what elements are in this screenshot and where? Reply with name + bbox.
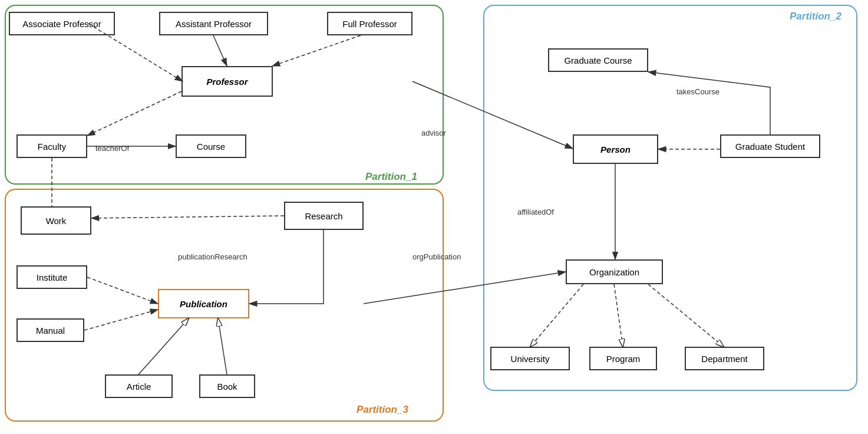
work-node: Work — [21, 206, 91, 235]
associate-professor-node: Associate Professor — [9, 12, 115, 35]
partition-1-label: Partition_1 — [365, 171, 417, 183]
course-node: Course — [176, 134, 246, 158]
program-node: Program — [589, 347, 657, 370]
org-publication-label: orgPublication — [412, 252, 461, 261]
takes-course-label: takesCourse — [676, 87, 720, 96]
partition-3-label: Partition_3 — [357, 404, 408, 416]
partition-2-label: Partition_2 — [790, 11, 841, 22]
assistant-professor-node: Assistant Professor — [159, 12, 268, 35]
university-node: University — [490, 347, 570, 370]
institute-node: Institute — [16, 265, 87, 289]
affiliated-of-label: affiliatedOf — [517, 208, 554, 216]
teacher-of-label: teacherOf — [95, 144, 129, 153]
organization-node: Organization — [566, 259, 663, 284]
book-node: Book — [199, 374, 255, 398]
publication-research-label: publicationResearch — [178, 252, 247, 261]
professor-node: Professor — [181, 66, 273, 97]
research-node: Research — [284, 202, 364, 230]
department-node: Department — [685, 347, 764, 370]
graduate-student-node: Graduate Student — [720, 134, 820, 158]
partition-2 — [483, 5, 857, 391]
manual-node: Manual — [16, 318, 84, 342]
diagram: Partition_1 Partition_2 Partition_3 Asso… — [0, 0, 868, 434]
full-professor-node: Full Professor — [327, 12, 412, 35]
graduate-course-node: Graduate Course — [548, 48, 648, 72]
faculty-node: Faculty — [16, 134, 87, 158]
publication-node: Publication — [158, 289, 249, 318]
person-node: Person — [573, 134, 658, 164]
advisor-label: advisor — [421, 129, 446, 137]
article-node: Article — [105, 374, 173, 398]
